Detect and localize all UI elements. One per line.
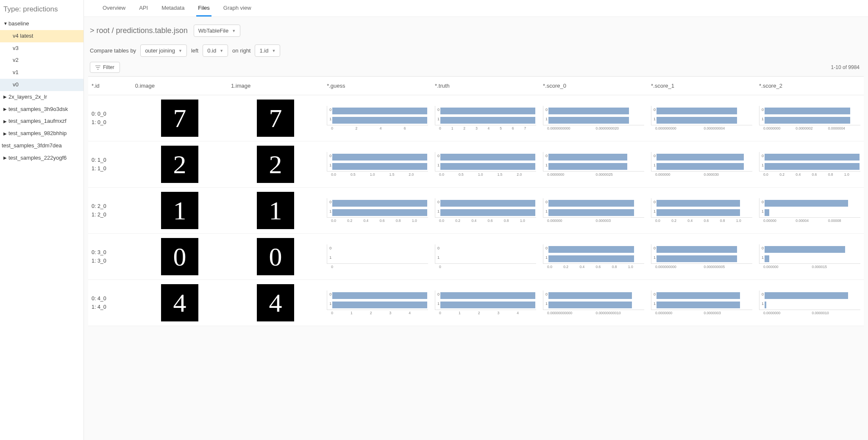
column-header[interactable]: 1.image — [228, 77, 323, 95]
mini-bar-chart: 010.00000000.0000025 — [543, 152, 644, 177]
bar-y-label: 1 — [327, 255, 331, 260]
left-key-select[interactable]: 0.id ▼ — [203, 44, 228, 57]
digit-image: 4 — [257, 284, 294, 321]
mini-bar-chart: 010 — [327, 244, 428, 269]
image-cell[interactable]: 2 — [132, 141, 228, 188]
tree-group[interactable]: ▼ baseline — [0, 18, 83, 30]
image-cell[interactable]: 0 — [228, 234, 323, 280]
image-cell[interactable]: 1 — [228, 188, 323, 234]
bar-y-label: 0 — [435, 200, 440, 204]
image-cell[interactable]: 0 — [132, 234, 228, 280]
chart-cell: 010.0000000.000030 — [648, 141, 756, 188]
mini-bar-chart: 010.000000000000.00000000010 — [543, 291, 644, 315]
image-cell[interactable]: 7 — [228, 95, 323, 141]
x-axis-ticks: 0.00.20.40.60.81.0 — [543, 264, 644, 269]
caret-right-icon: ▶ — [3, 155, 8, 161]
column-header[interactable]: *.guess — [323, 77, 431, 95]
tree-version[interactable]: v0 — [0, 79, 83, 91]
x-axis-ticks: 0.000000.000040.00008 — [759, 218, 860, 223]
tree-root-item[interactable]: test_samples_3fdm7dea — [0, 140, 83, 152]
tree-group-label: test_samples_222yogf6 — [8, 154, 67, 163]
bar-y-label: 1 — [760, 117, 764, 121]
tree-group[interactable]: ▶ test_samples_1aufmxzf — [0, 115, 83, 127]
bar-fill — [765, 302, 766, 308]
chart-cell: 010.00000000.0000025 — [540, 141, 648, 188]
bar-fill — [332, 163, 427, 170]
tab-api[interactable]: API — [137, 0, 150, 17]
x-axis-ticks: 0.00.20.40.60.81.0 — [435, 218, 536, 223]
digit-image: 7 — [257, 100, 294, 137]
mini-bar-chart: 010.00.20.40.60.81.0 — [327, 198, 428, 223]
tab-files[interactable]: Files — [196, 0, 211, 17]
bar-fill — [332, 302, 427, 308]
bar-fill — [440, 163, 535, 170]
filetype-select[interactable]: WbTableFile ▼ — [194, 25, 240, 37]
chart-cell: 010.00.20.40.60.81.0 — [756, 141, 864, 188]
tree-version[interactable]: v2 — [0, 54, 83, 66]
join-mode-select[interactable]: outer joining ▼ — [140, 44, 187, 57]
image-cell[interactable]: 4 — [132, 280, 228, 326]
bar-fill — [657, 246, 737, 253]
tab-bar: OverviewAPIMetadataFilesGraph view — [84, 0, 868, 17]
tree-group[interactable]: ▶ test_samples_222yogf6 — [0, 152, 83, 164]
bar-y-label: 0 — [760, 154, 764, 158]
bar-y-label: 0 — [651, 246, 656, 250]
bar-y-label: 1 — [760, 302, 764, 306]
tree-group[interactable]: ▶ test_samples_982bhhip — [0, 127, 83, 140]
x-axis-ticks: 0.0000000.000030 — [651, 172, 752, 177]
bar-y-label: 1 — [327, 163, 331, 167]
column-header[interactable]: *.score_1 — [648, 77, 756, 95]
chart-cell: 010 — [431, 234, 540, 280]
bar-fill — [332, 108, 427, 114]
bar-y-label: 0 — [651, 108, 656, 112]
tree-version[interactable]: v3 — [0, 42, 83, 55]
column-header[interactable]: 0.image — [132, 77, 228, 95]
mini-bar-chart: 010.0000000000.000000005 — [651, 244, 752, 269]
digit-glyph: 2 — [173, 149, 186, 180]
tab-overview[interactable]: Overview — [101, 0, 127, 17]
image-cell[interactable]: 2 — [228, 141, 323, 188]
compare-right-label: on right — [232, 47, 250, 54]
chart-cell: 010.000000.000040.00008 — [756, 188, 864, 234]
x-axis-ticks: 0.00.51.01.52.0 — [435, 172, 536, 177]
column-header[interactable]: *.id — [88, 77, 132, 95]
table-row: 0: 4_01: 4_04401012340101234010.00000000… — [88, 280, 864, 326]
bar-y-label: 1 — [543, 209, 548, 213]
bar-y-label: 0 — [327, 292, 331, 296]
tree-group[interactable]: ▶ 2x_layers_2x_lr — [0, 91, 83, 103]
column-header[interactable]: *.score_0 — [540, 77, 648, 95]
chart-cell: 010.00000000.0000003 — [648, 280, 756, 326]
right-key-select[interactable]: 1.id ▼ — [255, 44, 280, 57]
digit-glyph: 1 — [269, 196, 282, 226]
bar-fill — [765, 154, 860, 161]
bar-y-label: 1 — [435, 255, 440, 260]
tree-version[interactable]: v4 latest — [0, 30, 83, 42]
image-cell[interactable]: 7 — [132, 95, 228, 141]
mini-bar-chart: 010.00.20.40.60.81.0 — [651, 198, 752, 223]
x-axis-ticks: 0.00000000.0000025 — [543, 172, 644, 177]
column-header[interactable]: *.score_2 — [756, 77, 864, 95]
bar-y-label: 1 — [327, 117, 331, 121]
bar-fill — [657, 292, 740, 299]
bar-fill — [440, 200, 535, 207]
chevron-down-icon: ▼ — [272, 49, 275, 53]
tree-group-label: test_samples_1aufmxzf — [8, 117, 67, 126]
digit-glyph: 1 — [173, 196, 186, 226]
tree-version[interactable]: v1 — [0, 66, 83, 79]
tree-group[interactable]: ▶ test_samples_3h9o3dsk — [0, 103, 83, 116]
id-cell: 0: 4_01: 4_0 — [88, 280, 132, 326]
filter-button[interactable]: Filter — [90, 62, 120, 73]
digit-glyph: 0 — [173, 242, 186, 272]
mini-bar-chart: 010.00.51.01.52.0 — [435, 152, 536, 177]
mini-bar-chart: 010.00.20.40.60.81.0 — [759, 152, 860, 177]
digit-glyph: 4 — [173, 288, 186, 318]
image-cell[interactable]: 4 — [228, 280, 323, 326]
tab-graph-view[interactable]: Graph view — [222, 0, 253, 17]
column-header[interactable]: *.truth — [431, 77, 540, 95]
chart-cell: 010.00.20.40.60.81.0 — [431, 188, 540, 234]
bar-fill — [548, 154, 627, 161]
bar-fill — [765, 163, 860, 170]
image-cell[interactable]: 1 — [132, 188, 228, 234]
bar-y-label: 1 — [760, 255, 764, 260]
tab-metadata[interactable]: Metadata — [160, 0, 186, 17]
